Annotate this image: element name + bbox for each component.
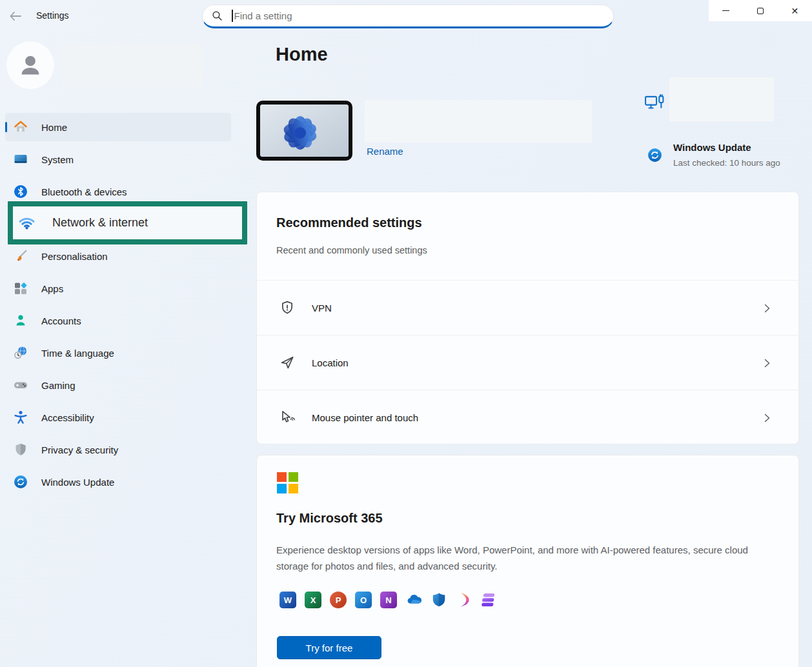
sidebar-item-gaming[interactable]: Gaming: [5, 371, 231, 399]
vpn-shield-icon: [279, 299, 296, 316]
page-title: Home: [276, 44, 328, 65]
ms-logo-green: [289, 472, 298, 482]
clipchamp-icon: [481, 592, 498, 608]
bluetooth-icon: [13, 184, 28, 199]
maximize-icon: [757, 8, 764, 14]
setting-row-vpn[interactable]: VPN: [257, 280, 798, 335]
shield-icon: [13, 442, 28, 457]
search-input[interactable]: Find a setting: [202, 5, 614, 28]
maximize-button[interactable]: [743, 0, 777, 21]
chevron-right-icon: [763, 413, 771, 423]
setting-row-mouse-pointer-touch[interactable]: Mouse pointer and touch: [257, 390, 798, 444]
sidebar-item-personalisation[interactable]: Personalisation: [5, 242, 231, 270]
gamepad-icon: [13, 377, 28, 393]
location-arrow-icon: [279, 354, 296, 371]
recommended-settings-title: Recommended settings: [276, 215, 422, 230]
sidebar-item-label: System: [41, 154, 74, 165]
sidebar-item-label: Time & language: [41, 348, 114, 359]
wifi-icon: [18, 214, 36, 232]
selected-accent-bar: [5, 122, 7, 132]
sidebar-item-label: Accessibility: [41, 412, 94, 423]
windows-bloom-wallpaper: [260, 105, 349, 157]
sidebar-item-apps[interactable]: Apps: [5, 274, 231, 303]
word-icon: W: [279, 592, 296, 608]
home-icon: [13, 119, 28, 135]
recommended-settings-header: Recommended settings Recent and commonly…: [257, 192, 798, 280]
window-controls: ✕: [709, 0, 812, 21]
device-name-redacted: [365, 100, 592, 143]
windows-update-status[interactable]: Windows Update Last checked: 10 hours ag…: [645, 141, 800, 174]
sidebar-item-time-language[interactable]: Time & language: [5, 339, 231, 367]
m365-title: Try Microsoft 365: [276, 511, 383, 526]
minimize-icon: [722, 10, 729, 11]
search-placeholder: Find a setting: [234, 10, 292, 21]
sidebar-item-label: Gaming: [41, 380, 76, 391]
recommended-settings-card: Recommended settings Recent and commonly…: [256, 192, 799, 444]
sidebar-item-accessibility[interactable]: Accessibility: [5, 403, 231, 432]
annotation-highlight-box: Network & internet: [8, 201, 247, 244]
avatar[interactable]: [6, 41, 54, 89]
setting-row-label: Location: [312, 357, 349, 368]
designer-icon: [456, 592, 472, 608]
close-button[interactable]: ✕: [778, 0, 812, 21]
mouse-pointer-icon: [279, 409, 296, 426]
profile-name-redacted: [62, 44, 203, 87]
m365-description: Experience desktop versions of apps like…: [276, 542, 767, 574]
back-button[interactable]: [6, 8, 25, 24]
recommended-settings-subtitle: Recent and commonly used settings: [276, 245, 427, 255]
chevron-right-icon: [763, 304, 771, 313]
m365-app-icons: W X P O N: [279, 592, 498, 608]
defender-icon: [431, 592, 447, 608]
sidebar-item-label: Windows Update: [41, 477, 114, 488]
apps-icon: [13, 281, 28, 296]
device-wallpaper-thumbnail: [256, 101, 352, 161]
excel-icon: X: [305, 592, 321, 608]
ms-logo-yellow: [289, 484, 298, 493]
windows-update-status-text: Last checked: 10 hours ago: [673, 158, 780, 168]
sidebar-item-accounts[interactable]: Accounts: [5, 306, 231, 335]
chevron-right-icon: [763, 359, 771, 368]
sidebar-item-label: Personalisation: [41, 251, 108, 262]
sidebar-item-label: Apps: [41, 283, 63, 294]
setting-row-location[interactable]: Location: [257, 335, 798, 390]
clock-globe-icon: [13, 345, 28, 361]
back-arrow-icon: [9, 11, 22, 21]
ms-logo-blue: [277, 484, 287, 493]
sidebar-item-label: Network & internet: [52, 216, 148, 230]
person-icon: [15, 50, 45, 80]
microsoft-365-promo-card: Try Microsoft 365 Experience desktop ver…: [256, 455, 799, 667]
close-icon: ✕: [791, 6, 798, 15]
sidebar-item-system[interactable]: System: [5, 145, 231, 174]
sidebar-item-label: Home: [41, 122, 67, 133]
onedrive-icon: [405, 592, 422, 608]
rename-link[interactable]: Rename: [367, 146, 403, 157]
paintbrush-icon: [13, 248, 28, 264]
settings-window: Settings Find a setting ✕ Home: [0, 0, 812, 667]
sidebar-item-windows-update[interactable]: Windows Update: [5, 468, 231, 496]
accounts-person-icon: [13, 313, 28, 328]
setting-row-label: Mouse pointer and touch: [312, 412, 418, 423]
setting-row-label: VPN: [312, 303, 332, 314]
app-title: Settings: [36, 10, 69, 21]
sidebar-item-privacy-security[interactable]: Privacy & security: [5, 435, 231, 464]
microsoft-logo: [277, 472, 298, 493]
accessibility-icon: [13, 410, 28, 425]
sidebar-item-home[interactable]: Home: [5, 113, 231, 141]
windows-update-icon: [13, 474, 28, 490]
network-name-redacted: [669, 77, 774, 121]
system-icon: [13, 152, 28, 167]
search-icon: [212, 10, 223, 21]
sidebar-item-network-internet[interactable]: Network & internet: [13, 214, 242, 232]
minimize-button[interactable]: [709, 0, 743, 21]
ms-logo-red: [277, 472, 287, 482]
try-for-free-button[interactable]: Try for free: [277, 636, 381, 659]
windows-update-icon: [647, 147, 663, 163]
ethernet-device-icon: [644, 94, 665, 115]
sidebar-item-label: Accounts: [41, 315, 81, 326]
windows-update-title: Windows Update: [673, 142, 751, 153]
powerpoint-icon: P: [330, 592, 347, 608]
text-caret: [232, 10, 233, 22]
outlook-icon: O: [355, 592, 372, 608]
onenote-icon: N: [380, 592, 397, 608]
sidebar-item-label: Bluetooth & devices: [41, 186, 127, 197]
